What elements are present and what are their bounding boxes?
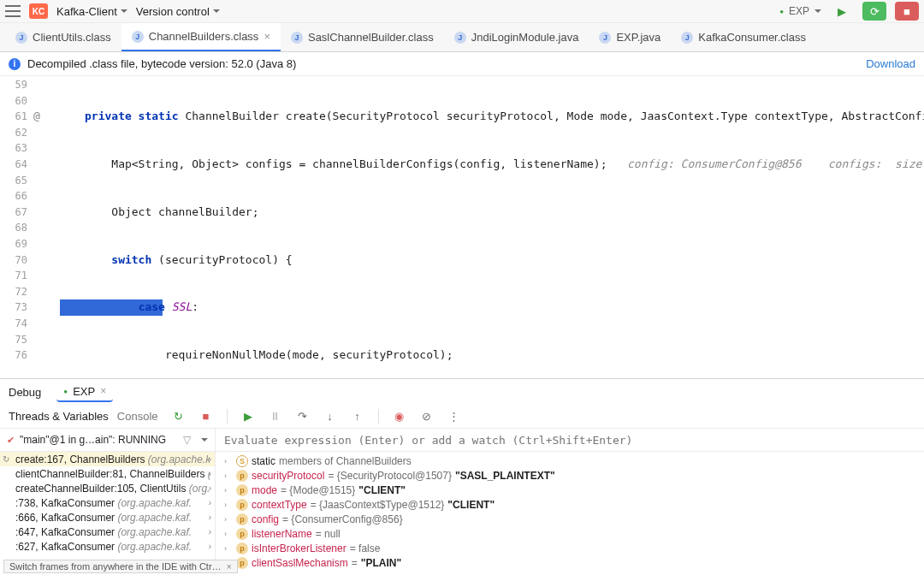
project-badge: KC (29, 3, 48, 19)
frame-list[interactable]: ↻create:167, ChannelBuilders (org.apache… (0, 452, 215, 575)
thread-status-label: "main"@1 in g…ain": RUNNING (20, 434, 166, 446)
vcs-label: Version control (136, 5, 210, 18)
file-tab[interactable]: JKafkaConsumer.class (671, 23, 816, 51)
view-breakpoints-icon[interactable]: ◉ (393, 410, 406, 424)
hamburger-icon[interactable] (5, 5, 21, 17)
frame-location: createChannelBuilder:105, ClientUtils (o… (15, 483, 210, 495)
stop-button[interactable]: ■ (895, 2, 919, 21)
rerun-icon[interactable]: ↻ (172, 410, 186, 424)
variable-row[interactable]: ›pcontextType = {JaasContext$Type@1512} … (216, 497, 924, 512)
close-icon[interactable]: × (100, 385, 106, 397)
line-number: 65 (0, 173, 27, 189)
chevron-right-icon: › (209, 527, 211, 536)
stack-frame[interactable]: :666, KafkaConsumer (org.apache.kaf.› (0, 510, 215, 525)
frame-location: clientChannelBuilder:81, ChannelBuilders… (15, 468, 210, 480)
expand-icon[interactable]: › (224, 457, 233, 465)
info-icon: i (9, 58, 21, 70)
expand-icon[interactable]: › (224, 530, 233, 538)
step-over-icon[interactable]: ↷ (296, 410, 310, 424)
variable-row[interactable]: ›pconfig = {ConsumerConfig@856} (216, 512, 924, 526)
var-value: members of ChannelBuilders (279, 455, 412, 467)
line-number: 68 (0, 220, 27, 236)
line-number: 72 (0, 284, 27, 300)
thread-selector[interactable]: ✔ "main"@1 in g…ain": RUNNING ▽ (0, 429, 215, 452)
run-dot-icon: ● (63, 388, 68, 395)
project-selector[interactable]: Kafka-Client (56, 5, 127, 18)
debug-run-tab[interactable]: ●EXP× (56, 382, 113, 402)
code-area[interactable]: private static ChannelBuilder create(Sec… (60, 77, 924, 378)
expand-icon[interactable]: › (224, 501, 233, 509)
run-config-selector[interactable]: ●EXP (779, 5, 821, 17)
expand-icon[interactable]: › (224, 515, 233, 524)
download-link[interactable]: Download (866, 57, 915, 70)
stack-frame[interactable]: clientChannelBuilder:81, ChannelBuilders… (0, 466, 215, 481)
file-tab[interactable]: JClientUtils.class (5, 23, 121, 51)
variables-tree[interactable]: ›Sstatic members of ChannelBuilders›psec… (216, 452, 924, 575)
line-number: 63 (0, 140, 27, 157)
frame-location: :666, KafkaConsumer (org.apache.kaf. (15, 512, 192, 524)
code-line: Map<String, Object> configs = channelBui… (111, 157, 607, 170)
expand-icon[interactable]: › (224, 471, 233, 480)
line-number: 62 (0, 125, 27, 141)
expand-icon[interactable]: › (224, 544, 233, 553)
var-kind-icon: p (236, 470, 248, 482)
var-kind-icon: p (236, 499, 248, 511)
banner-text: Decompiled .class file, bytecode version… (27, 57, 296, 70)
frame-location: :627, KafkaConsumer (org.apache.kaf. (15, 541, 192, 553)
override-icon: @ (33, 109, 40, 125)
filter-icon[interactable]: ▽ (183, 434, 191, 446)
evaluate-input-row (216, 429, 924, 452)
code-editor[interactable]: 596061626364656667686970717273747576 @ 💡… (0, 76, 924, 378)
evaluate-input[interactable] (224, 434, 915, 447)
close-icon[interactable]: × (227, 561, 232, 572)
variable-row[interactable]: ›Sstatic members of ChannelBuilders (216, 453, 924, 468)
tab-label: SaslChannelBuilder.class (308, 31, 434, 44)
stack-frame[interactable]: :738, KafkaConsumer (org.apache.kaf.› (0, 495, 215, 510)
expand-icon[interactable]: › (224, 486, 233, 495)
threads-vars-tab[interactable]: Threads & Variables (9, 410, 109, 423)
var-name: mode (252, 484, 277, 496)
step-out-icon[interactable]: ↑ (351, 410, 364, 424)
tab-label: ClientUtils.class (33, 31, 111, 44)
kw: case (139, 300, 165, 313)
stack-frame[interactable]: :627, KafkaConsumer (org.apache.kaf.› (0, 539, 215, 554)
more-icon[interactable]: ⋮ (447, 410, 461, 424)
variable-row[interactable]: ›psecurityProtocol = {SecurityProtocol@1… (216, 468, 924, 483)
debug-title[interactable]: Debug (9, 386, 41, 399)
variable-row[interactable]: ›plistenerName = null (216, 526, 924, 541)
line-number: 73 (0, 299, 27, 316)
close-icon[interactable]: × (264, 30, 270, 43)
file-tab[interactable]: JChannelBuilders.class× (121, 23, 281, 51)
variable-row[interactable]: ›pclientSaslMechanism = "PLAIN" (216, 555, 924, 570)
variable-row[interactable]: ›pmode = {Mode@1515} "CLIENT" (216, 483, 924, 497)
chevron-down-icon[interactable] (201, 438, 208, 442)
var-kind-icon: p (236, 513, 248, 525)
debug-toolbar: Threads & Variables Console ↻ ■ ▶ ⏸ ↷ ↓ … (0, 405, 924, 429)
stack-frame[interactable]: ↻create:167, ChannelBuilders (org.apache… (0, 452, 215, 466)
chevron-right-icon: › (209, 513, 211, 522)
var-kind-icon: p (236, 542, 248, 554)
line-number: 70 (0, 252, 27, 269)
debug-button[interactable]: ⟳ (862, 2, 886, 21)
line-number: 74 (0, 316, 27, 332)
mute-breakpoints-icon[interactable]: ⊘ (420, 410, 434, 424)
file-tab[interactable]: JEXP.java (589, 23, 671, 51)
stack-frame[interactable]: :647, KafkaConsumer (org.apache.kaf.› (0, 525, 215, 539)
variables-panel: ›Sstatic members of ChannelBuilders›psec… (216, 429, 924, 575)
var-value: = false (350, 542, 381, 554)
line-number: 64 (0, 157, 27, 173)
variable-row[interactable]: ›pisInterBrokerListener = false (216, 541, 924, 555)
stack-frame[interactable]: createChannelBuilder:105, ClientUtils (o… (0, 481, 215, 495)
file-tab[interactable]: JSaslChannelBuilder.class (281, 23, 444, 51)
file-tab[interactable]: JJndiLoginModule.java (444, 23, 589, 51)
chevron-right-icon: › (209, 542, 211, 551)
vcs-selector[interactable]: Version control (136, 5, 220, 18)
debug-toolwindow: Debug ●EXP× Threads & Variables Console … (0, 378, 924, 575)
run-dot-icon: ● (779, 8, 784, 15)
resume-icon[interactable]: ▶ (241, 410, 255, 424)
code-line: Object channelBuilder; (111, 205, 258, 218)
step-into-icon[interactable]: ↓ (323, 410, 337, 424)
run-button[interactable]: ▶ (830, 2, 854, 21)
console-tab[interactable]: Console (117, 410, 158, 423)
stop-icon[interactable]: ■ (199, 410, 213, 424)
